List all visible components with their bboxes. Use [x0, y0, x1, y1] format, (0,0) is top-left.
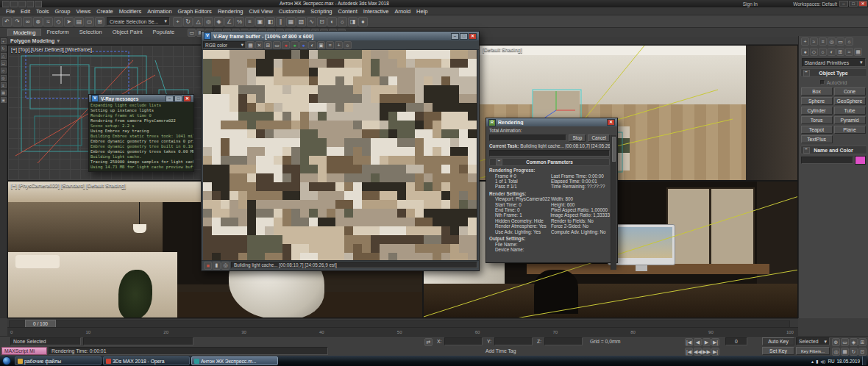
new-file-icon[interactable]	[2, 1, 10, 7]
color-corrections-icon[interactable]: ≡	[326, 41, 334, 49]
rail-tool-icon[interactable]: △	[1, 53, 7, 59]
zoom-extents-icon[interactable]: ◈	[850, 338, 858, 346]
select-scale-icon[interactable]: △	[193, 17, 203, 26]
spinner-snap-icon[interactable]: ≡	[245, 17, 255, 26]
rail-tool-icon[interactable]: ◇	[1, 68, 7, 73]
scrollbar-thumb[interactable]	[612, 137, 616, 162]
maxscript-mini-listener[interactable]: MAXScript Mi	[1, 347, 47, 355]
transform-typein-lock-icon[interactable]: ⇄	[424, 338, 433, 346]
taskbar-app-button[interactable]: рабочие файлы	[15, 356, 102, 365]
object-type-rollout[interactable]: − Object Type	[800, 68, 867, 77]
close-button[interactable]: ✕	[858, 1, 867, 7]
snap-toggle-icon[interactable]: ◈	[214, 17, 224, 26]
close-button[interactable]: ✕	[183, 96, 191, 102]
monochrome-icon[interactable]: ◐	[308, 41, 316, 49]
vray-messages-titlebar[interactable]: V V-Ray messages – □ ✕	[89, 95, 193, 102]
create-tab-icon[interactable]: +	[801, 37, 809, 46]
layer-manager-icon[interactable]: ▦	[286, 17, 296, 26]
minimize-button[interactable]: –	[451, 33, 459, 40]
rew-icon[interactable]: ◀◀	[694, 348, 702, 356]
primitive-button[interactable]: Cone	[834, 87, 866, 96]
menu-item[interactable]: Interactive	[360, 8, 392, 15]
primitive-button[interactable]: Torus	[801, 116, 833, 124]
align-icon[interactable]: ∥	[276, 17, 285, 26]
go-start-icon[interactable]: |◀	[685, 338, 693, 346]
track-bar[interactable]: 0102030405060708090100	[7, 327, 798, 336]
minimize-button[interactable]: –	[166, 96, 174, 102]
menu-item[interactable]: Tools	[33, 8, 52, 15]
red-channel-icon[interactable]: ●	[282, 41, 290, 49]
y-coordinate-field[interactable]	[494, 337, 533, 345]
info-icon[interactable]: ◎	[221, 262, 230, 270]
channel-dropdown[interactable]: RGB color ▾	[203, 41, 246, 49]
menu-item[interactable]: Modifiers	[116, 8, 144, 15]
display-tab-icon[interactable]: ▭	[836, 37, 844, 46]
set-key-button[interactable]: Set Key	[762, 347, 794, 355]
modify-tab-icon[interactable]: ≈	[810, 37, 818, 46]
menu-item[interactable]: Graph Editors	[175, 8, 215, 15]
mirror-icon[interactable]: ◧	[266, 17, 275, 26]
zoom-all-icon[interactable]: ⊞	[858, 338, 867, 346]
primitive-button[interactable]: Plane	[834, 126, 866, 134]
undo-icon[interactable]: ↶	[2, 17, 12, 26]
menu-item[interactable]: Group	[52, 8, 74, 15]
select-move-icon[interactable]: +	[173, 17, 182, 26]
named-selection-combo[interactable]: Create Selection Se... ▾	[107, 17, 170, 26]
ribbon-tab[interactable]: Selection	[74, 29, 107, 36]
save-file-icon[interactable]	[18, 1, 26, 7]
blue-channel-icon[interactable]: ●	[299, 41, 307, 49]
menu-item[interactable]: Scripting	[307, 8, 335, 15]
track-mouse-icon[interactable]: +	[335, 41, 343, 49]
current-frame-field[interactable]: 0	[725, 337, 747, 345]
menu-item[interactable]: Content	[335, 8, 360, 15]
menu-item[interactable]: Create	[93, 8, 116, 15]
dialog-scrollbar[interactable]	[611, 135, 616, 270]
selection-filter-icon[interactable]: ◇	[54, 17, 63, 26]
primitives-dropdown[interactable]: Standard Primitives ▾	[802, 58, 866, 67]
pause-render-icon[interactable]: ▮	[213, 262, 221, 270]
common-parameters-rollout[interactable]: − Common Parameters	[489, 158, 610, 166]
volume-icon[interactable]: ◂))	[820, 359, 825, 364]
rail-tool-icon[interactable]: ◎	[1, 75, 7, 81]
redo-icon[interactable]	[35, 1, 42, 7]
prev-key-icon[interactable]: |◀	[685, 348, 693, 356]
rendering-dialog-titlebar[interactable]: R Rendering ✕	[486, 118, 617, 126]
select-by-name-icon[interactable]: ▤	[74, 17, 84, 26]
curve-editor-icon[interactable]: ∿	[307, 17, 316, 26]
primitive-button[interactable]: GeoSphere	[834, 97, 866, 105]
maximize-viewport-icon[interactable]: ⊡	[858, 348, 867, 356]
name-color-rollout[interactable]: − Name and Color	[800, 146, 867, 154]
ribbon-tab[interactable]: Freeform	[41, 29, 74, 36]
geometry-cat-icon[interactable]: ●	[801, 48, 809, 56]
menu-item[interactable]: Views	[73, 8, 93, 15]
z-coordinate-field[interactable]	[544, 337, 583, 345]
select-object-icon[interactable]: ➤	[64, 17, 74, 26]
language-indicator[interactable]: RU	[828, 359, 834, 364]
next-key-icon[interactable]: ▶|	[711, 348, 719, 356]
ribbon-tab[interactable]: Modeling	[7, 29, 41, 36]
percent-snap-icon[interactable]: %	[235, 17, 244, 26]
show-desktop-button[interactable]	[862, 356, 867, 365]
render-setup-icon[interactable]: ☼	[338, 17, 347, 26]
open-file-icon[interactable]	[10, 1, 18, 7]
selection-set-combo[interactable]: Selected ▾	[796, 337, 830, 345]
orbit-icon[interactable]: ◎	[832, 348, 840, 356]
frame-buffer-titlebar[interactable]: V V-Ray frame buffer - [100% of 800 x 60…	[202, 32, 479, 40]
schematic-view-icon[interactable]: ⊡	[317, 17, 327, 26]
zoom-icon[interactable]: ⊕	[832, 338, 840, 346]
minimize-button[interactable]: –	[839, 1, 848, 7]
duplicate-buffer-icon[interactable]: ⊞	[264, 41, 272, 49]
sign-in-link[interactable]: Sign In	[743, 1, 758, 7]
key-filters-button[interactable]: Key Filters...	[796, 347, 830, 355]
go-end-icon[interactable]: ▶|	[711, 338, 719, 346]
clock-date[interactable]: 18.05.2019	[836, 359, 860, 364]
viewport-label[interactable]: [+] [PhysCamera022] [Standard] [Default …	[11, 183, 126, 188]
object-color-swatch[interactable]	[855, 156, 866, 165]
object-name-field[interactable]	[801, 157, 853, 164]
systems-cat-icon[interactable]: ▦	[854, 48, 862, 56]
primitive-button[interactable]: Box	[801, 87, 833, 96]
crossing-icon[interactable]: ⊞	[95, 17, 104, 26]
save-image-icon[interactable]: ▦	[246, 41, 255, 49]
auto-key-button[interactable]: Auto Key	[762, 337, 794, 345]
redo-icon[interactable]: ↷	[13, 17, 22, 26]
